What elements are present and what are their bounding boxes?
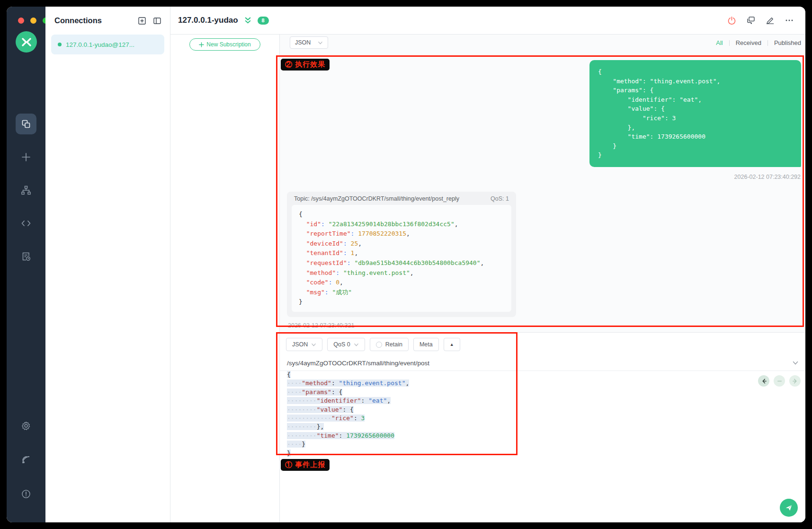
meta-label: Meta [419, 341, 433, 348]
history-forward-button[interactable] [789, 375, 801, 387]
dash-icon [776, 378, 783, 384]
plus-square-icon [138, 17, 146, 25]
connection-list-item[interactable]: 127.0.0.1-yudao@127... [51, 35, 164, 54]
sidebar-item-new-connection[interactable] [16, 147, 36, 168]
sidebar-item-script[interactable] [16, 213, 36, 234]
filter-received[interactable]: Received [736, 39, 761, 46]
published-timestamp: 2026-02-12 07:23:40:292 [734, 174, 801, 180]
arrow-left-icon [761, 378, 767, 384]
triangle-up-icon: ▲ [450, 342, 454, 347]
sidebar-item-broker[interactable] [16, 450, 36, 470]
script-icon [21, 218, 31, 229]
message-format-select[interactable]: JSON [290, 36, 328, 49]
meta-button[interactable]: Meta [413, 338, 439, 351]
received-timestamp: 2026-02-12 07:23:40:321 [288, 322, 354, 329]
info-icon [21, 489, 31, 499]
annotation-label-step1: ① 事件上报 [281, 459, 330, 471]
connections-panel: Connections 127.0.0.1-yudao@127 [45, 7, 170, 522]
minimize-window-button[interactable] [30, 18, 36, 24]
payload-history-nav [758, 375, 801, 387]
collapse-editor-button[interactable]: ▲ [444, 338, 460, 351]
mqttx-window: Connections 127.0.0.1-yudao@127 [7, 7, 805, 522]
new-subscription-button[interactable]: New Subscription [189, 38, 260, 51]
collapse-topic-button[interactable] [792, 360, 799, 366]
topic-value: /sys/4aymZgOTOOCrDKRT/small/thing/event/… [287, 360, 429, 367]
sidebar-item-topic-tree[interactable] [16, 180, 36, 201]
power-icon [727, 16, 736, 25]
unread-count-badge: 8 [258, 17, 269, 25]
message-filters: All Received Published [716, 39, 801, 46]
published-message-bubble: { "method": "thing.event.post", "params"… [589, 60, 801, 167]
messages-icon [746, 16, 756, 25]
sidebar-item-connections[interactable] [16, 114, 36, 134]
received-topic: Topic: /sys/4aymZgOTOOCrDKRT/small/thing… [294, 195, 459, 202]
chevron-down-icon [311, 342, 316, 347]
received-qos: QoS: 1 [491, 195, 509, 202]
retain-toggle[interactable]: Retain [370, 338, 409, 351]
send-icon [785, 503, 793, 512]
connection-status-dot [58, 43, 62, 46]
connection-name: 127.0.0.1-yudao@127... [66, 41, 134, 48]
chevron-down-icon [318, 40, 323, 45]
publish-panel: JSON QoS 0 Retain Meta ▲ [280, 332, 805, 522]
payload-format-value: JSON [292, 341, 308, 348]
retain-label: Retain [385, 341, 402, 348]
double-chevron-down-icon [244, 17, 252, 25]
retain-radio-icon [376, 342, 382, 348]
collapse-panel-button[interactable] [153, 17, 161, 25]
edit-connection-button[interactable] [766, 16, 775, 25]
filter-divider [767, 40, 768, 46]
sidebar-nav [7, 114, 45, 267]
published-payload: { "method": "thing.event.post", "params"… [598, 67, 793, 160]
window-controls [18, 18, 49, 24]
received-payload: { "id": "22a8134259014b28bbc136f802d34cc… [292, 205, 511, 312]
sidebar-item-about[interactable] [16, 484, 36, 504]
qos-value: QoS 0 [333, 341, 350, 348]
history-current-button[interactable] [774, 375, 785, 387]
connections-title: Connections [54, 16, 102, 25]
mqttx-logo [16, 31, 37, 53]
publish-toolbar: JSON QoS 0 Retain Meta ▲ [286, 338, 460, 351]
message-format-value: JSON [295, 39, 311, 46]
annotation-label-step2: ② 执行效果 [281, 59, 330, 71]
new-connection-icon [21, 152, 31, 162]
subscriptions-panel: New Subscription [170, 35, 280, 522]
plus-icon [199, 42, 204, 47]
received-message-card: Topic: /sys/4aymZgOTOOCrDKRT/small/thing… [287, 192, 516, 317]
qos-select[interactable]: QoS 0 [327, 338, 365, 351]
arrow-right-icon [792, 378, 798, 384]
payload-format-select[interactable]: JSON [286, 338, 322, 351]
log-icon [21, 251, 31, 262]
new-subscription-label: New Subscription [206, 41, 250, 48]
more-options-button[interactable] [785, 16, 794, 25]
connections-icon [21, 119, 31, 129]
topic-input[interactable]: /sys/4aymZgOTOOCrDKRT/small/thing/event/… [280, 355, 805, 371]
filter-divider [729, 40, 730, 46]
clear-messages-button[interactable] [746, 16, 756, 25]
sidebar-bottom-nav [7, 415, 45, 504]
filter-published[interactable]: Published [774, 39, 801, 46]
connection-title: 127.0.0.1-yudao [178, 16, 238, 25]
new-connection-button[interactable] [138, 17, 146, 25]
expand-connection-button[interactable] [244, 17, 252, 25]
topic-tree-icon [21, 185, 31, 195]
disconnect-button[interactable] [727, 16, 736, 25]
history-back-button[interactable] [758, 375, 769, 387]
mqtt-rss-icon [21, 455, 31, 465]
layout-panel-icon [153, 17, 161, 25]
sidebar-item-settings[interactable] [16, 415, 36, 436]
app-sidebar [7, 7, 45, 522]
chevron-down-icon [792, 360, 799, 366]
ellipsis-icon [785, 16, 794, 25]
main-area: 127.0.0.1-yudao 8 [170, 7, 805, 522]
mqttx-logo-icon [21, 36, 32, 48]
close-window-button[interactable] [18, 18, 24, 24]
sidebar-item-log[interactable] [16, 246, 36, 267]
pencil-icon [766, 16, 775, 25]
send-button[interactable] [780, 499, 798, 517]
connection-header: 127.0.0.1-yudao 8 [170, 7, 805, 35]
payload-editor[interactable]: {····"method": "thing.event.post",····"p… [287, 370, 777, 458]
settings-gear-icon [21, 421, 31, 431]
connection-content: New Subscription JSON All Received Publi… [170, 35, 805, 522]
filter-all[interactable]: All [716, 39, 723, 46]
